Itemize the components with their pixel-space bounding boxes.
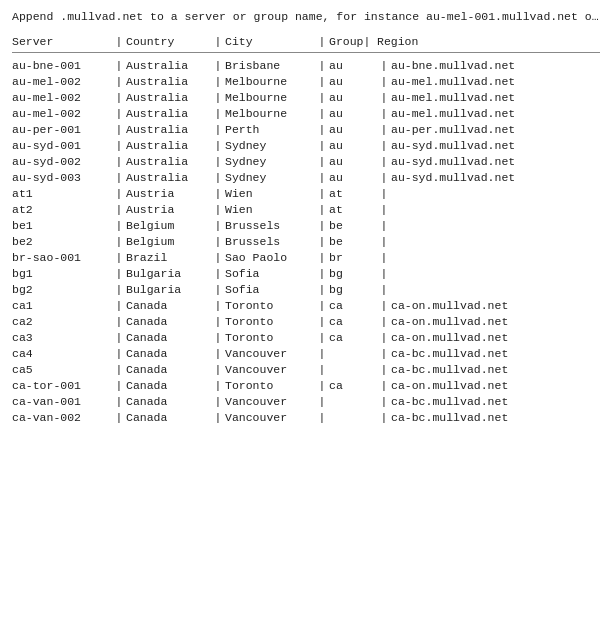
cell-sep: | — [211, 155, 225, 168]
cell-sep: | — [112, 91, 126, 104]
cell-region: au-bne.mullvad.net — [391, 59, 600, 72]
header-group: Group| — [329, 35, 377, 48]
table-row: ca4|Canada|Vancouver||ca-bc.mullvad.net — [12, 345, 600, 361]
cell-server: au-mel-002 — [12, 107, 112, 120]
table-header: Server | Country | City | Group| Region — [12, 33, 600, 50]
table-row: au-syd-003|Australia|Sydney|au|au-syd.mu… — [12, 169, 600, 185]
cell-sep: | — [315, 283, 329, 296]
table-row: au-mel-002|Australia|Melbourne|au|au-mel… — [12, 105, 600, 121]
cell-sep: | — [377, 59, 391, 72]
cell-sep: | — [315, 91, 329, 104]
cell-sep: | — [377, 187, 391, 200]
sep2: | — [211, 35, 225, 48]
table-row: be1|Belgium|Brussels|be| — [12, 217, 600, 233]
cell-country: Belgium — [126, 235, 211, 248]
cell-sep: | — [315, 251, 329, 264]
cell-city: Toronto — [225, 331, 315, 344]
cell-group: at — [329, 203, 377, 216]
cell-country: Australia — [126, 107, 211, 120]
cell-city: Melbourne — [225, 91, 315, 104]
cell-group: bg — [329, 267, 377, 280]
sep3: | — [315, 35, 329, 48]
cell-sep: | — [211, 187, 225, 200]
cell-sep: | — [315, 187, 329, 200]
cell-country: Austria — [126, 203, 211, 216]
cell-server: au-syd-002 — [12, 155, 112, 168]
cell-server: au-mel-002 — [12, 75, 112, 88]
cell-sep: | — [315, 395, 329, 408]
cell-country: Canada — [126, 395, 211, 408]
cell-sep: | — [112, 155, 126, 168]
cell-sep: | — [112, 107, 126, 120]
cell-group — [329, 347, 377, 360]
cell-sep: | — [112, 139, 126, 152]
cell-server: bg2 — [12, 283, 112, 296]
cell-region: ca-on.mullvad.net — [391, 315, 600, 328]
cell-sep: | — [211, 75, 225, 88]
cell-sep: | — [112, 123, 126, 136]
cell-city: Melbourne — [225, 75, 315, 88]
cell-server: au-bne-001 — [12, 59, 112, 72]
cell-sep: | — [112, 283, 126, 296]
cell-sep: | — [315, 107, 329, 120]
cell-region: ca-bc.mullvad.net — [391, 411, 600, 424]
cell-sep: | — [377, 267, 391, 280]
cell-region — [391, 203, 600, 216]
cell-server: bg1 — [12, 267, 112, 280]
cell-sep: | — [377, 315, 391, 328]
cell-region — [391, 251, 600, 264]
cell-sep: | — [112, 363, 126, 376]
cell-sep: | — [211, 91, 225, 104]
cell-server: br-sao-001 — [12, 251, 112, 264]
cell-sep: | — [211, 283, 225, 296]
cell-sep: | — [112, 331, 126, 344]
cell-sep: | — [211, 123, 225, 136]
cell-group: au — [329, 107, 377, 120]
cell-group: au — [329, 123, 377, 136]
cell-group: au — [329, 171, 377, 184]
cell-country: Canada — [126, 299, 211, 312]
cell-server: be1 — [12, 219, 112, 232]
cell-country: Belgium — [126, 219, 211, 232]
cell-sep: | — [315, 379, 329, 392]
cell-server: au-syd-003 — [12, 171, 112, 184]
cell-group: au — [329, 59, 377, 72]
cell-country: Canada — [126, 363, 211, 376]
cell-server: at1 — [12, 187, 112, 200]
cell-sep: | — [315, 75, 329, 88]
cell-server: ca-tor-001 — [12, 379, 112, 392]
cell-region: au-syd.mullvad.net — [391, 139, 600, 152]
cell-server: ca5 — [12, 363, 112, 376]
cell-city: Sofia — [225, 267, 315, 280]
cell-city: Brussels — [225, 219, 315, 232]
cell-city: Vancouver — [225, 347, 315, 360]
cell-sep: | — [377, 411, 391, 424]
table-row: au-mel-002|Australia|Melbourne|au|au-mel… — [12, 89, 600, 105]
cell-country: Australia — [126, 91, 211, 104]
cell-country: Australia — [126, 75, 211, 88]
cell-server: ca-van-001 — [12, 395, 112, 408]
cell-country: Australia — [126, 171, 211, 184]
cell-sep: | — [315, 411, 329, 424]
cell-sep: | — [377, 107, 391, 120]
cell-city: Vancouver — [225, 395, 315, 408]
intro-text: Append .mullvad.net to a server or group… — [12, 10, 600, 23]
cell-region: ca-on.mullvad.net — [391, 299, 600, 312]
cell-sep: | — [315, 235, 329, 248]
cell-server: au-syd-001 — [12, 139, 112, 152]
cell-city: Vancouver — [225, 363, 315, 376]
cell-sep: | — [377, 331, 391, 344]
cell-sep: | — [315, 363, 329, 376]
cell-group: be — [329, 219, 377, 232]
cell-sep: | — [112, 219, 126, 232]
cell-sep: | — [377, 283, 391, 296]
cell-country: Canada — [126, 347, 211, 360]
cell-country: Bulgaria — [126, 283, 211, 296]
cell-region: ca-on.mullvad.net — [391, 379, 600, 392]
cell-sep: | — [112, 75, 126, 88]
cell-sep: | — [112, 267, 126, 280]
cell-sep: | — [112, 411, 126, 424]
cell-city: Wien — [225, 187, 315, 200]
cell-city: Toronto — [225, 315, 315, 328]
cell-sep: | — [377, 155, 391, 168]
